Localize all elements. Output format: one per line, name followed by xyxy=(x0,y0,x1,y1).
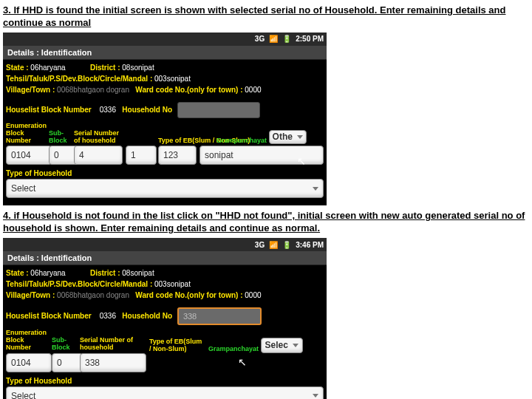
district-label: District : xyxy=(90,64,120,72)
household-no-input[interactable] xyxy=(177,102,260,118)
ward-value: 0000 xyxy=(245,291,261,299)
chevron-down-icon xyxy=(313,394,318,398)
screen-title: Details : Identification xyxy=(3,251,327,265)
ward-label: Ward code No.(only for town) : xyxy=(135,86,242,94)
serial-value[interactable]: 4 xyxy=(74,146,123,165)
step3-instruction: 3. If HHD is found the initial screen is… xyxy=(3,4,529,30)
serial-header: Serial Number of household xyxy=(74,128,123,144)
network-icon: 3G xyxy=(255,241,265,249)
chevron-down-icon xyxy=(293,344,299,347)
type-eb-header: Type of EB(Slum / Non-Slum) xyxy=(158,137,192,145)
household-no-label: Household No xyxy=(122,105,172,113)
district-label: District : xyxy=(90,269,120,277)
cursor-icon: ↖ xyxy=(297,155,306,167)
state-value: 06haryana xyxy=(30,64,65,72)
tehsil-value: 003sonipat xyxy=(154,280,191,288)
ebn-header: Enumeration Block Number xyxy=(6,123,46,145)
type-hh-label: Type of Household xyxy=(6,377,324,385)
tehsil-label: Tehsil/Taluk/P.S/Dev.Block/Circle/Mandal… xyxy=(6,75,152,83)
signal-icon: 📶 xyxy=(269,35,278,43)
district-value: 08sonipat xyxy=(122,269,154,277)
chevron-down-icon xyxy=(313,187,318,191)
spacer-header xyxy=(126,128,155,144)
battery-icon: 🔋 xyxy=(282,241,291,249)
ebn-value[interactable]: 0104 xyxy=(6,353,52,372)
serial-header: Serial Number of household xyxy=(80,335,146,352)
type-eb-header: Type of EB(Slum / Non-Slum) xyxy=(149,337,205,353)
state-value: 06haryana xyxy=(30,269,65,277)
household-no-input[interactable]: 338 xyxy=(177,307,262,325)
network-icon: 3G xyxy=(255,35,265,43)
type-hh-label: Type of Household xyxy=(6,169,324,177)
clock: 3:46 PM xyxy=(296,241,324,249)
ebn-header: Enumeration Block Number xyxy=(6,330,49,352)
extra2-value[interactable]: 123 xyxy=(158,146,197,165)
tehsil-label: Tehsil/Taluk/P.S/Dev.Block/Circle/Mandal… xyxy=(6,280,152,288)
houselist-value: 0336 xyxy=(100,105,116,113)
type-eb-select[interactable]: Othe xyxy=(269,130,307,144)
ward-label: Ward code No.(only for town) : xyxy=(135,291,242,299)
houselist-label: Houselist Block Number xyxy=(6,312,92,320)
screen-title: Details : Identification xyxy=(3,46,327,60)
phone-screen-a: 3G 📶 🔋 2:50 PM Details : Identification … xyxy=(3,33,327,206)
village-label: Village/Town : xyxy=(6,291,55,299)
village-value: 0068bhatgaon dogran xyxy=(57,291,129,299)
type-hh-select[interactable]: Select xyxy=(6,386,324,399)
tehsil-value: 003sonipat xyxy=(154,75,191,83)
ward-value: 0000 xyxy=(245,86,261,94)
chevron-down-icon xyxy=(297,135,303,139)
grampanchayat-label: Grampanchayat xyxy=(208,346,259,353)
state-label: State : xyxy=(6,64,29,72)
houselist-value: 0336 xyxy=(100,312,116,320)
status-bar: 3G 📶 🔋 2:50 PM xyxy=(3,33,327,46)
subblock-header: Sub-Block xyxy=(52,335,77,352)
type-eb-select[interactable]: Selec xyxy=(261,338,303,353)
subblock-header: Sub-Block xyxy=(49,128,71,144)
village-value: 0068bhatgaon dogran xyxy=(57,86,129,94)
serial-value[interactable]: 338 xyxy=(80,353,146,372)
subblock-value[interactable]: 0 xyxy=(52,353,83,372)
type-hh-select[interactable]: Select xyxy=(6,179,324,198)
state-label: State : xyxy=(6,269,29,277)
district-value: 08sonipat xyxy=(122,64,154,72)
cursor-icon: ↖ xyxy=(238,356,247,368)
status-bar: 3G 📶 🔋 3:46 PM xyxy=(3,238,327,251)
phone-screen-b: 3G 📶 🔋 3:46 PM Details : Identification … xyxy=(3,238,327,399)
household-no-label: Household No xyxy=(122,312,172,320)
signal-icon: 📶 xyxy=(269,241,278,249)
step4-instruction: 4. if Household is not found in the list… xyxy=(3,210,529,235)
extra1-value[interactable]: 1 xyxy=(126,146,157,165)
battery-icon: 🔋 xyxy=(282,35,291,43)
grampanchayat-label: Grampanchayat xyxy=(216,137,267,145)
clock: 2:50 PM xyxy=(296,35,324,43)
ebn-value[interactable]: 0104 xyxy=(6,146,52,165)
village-label: Village/Town : xyxy=(6,86,55,94)
houselist-label: Houselist Block Number xyxy=(6,105,92,113)
